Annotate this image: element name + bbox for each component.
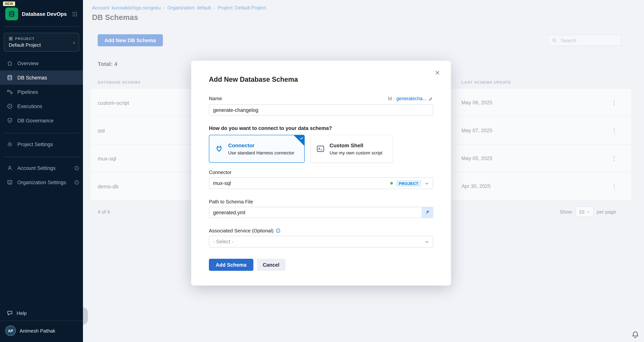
sidebar-item-db-governance[interactable]: DB Governance bbox=[0, 113, 83, 128]
project-name: Default Project bbox=[9, 42, 74, 48]
connector-status-dot bbox=[390, 182, 393, 185]
sidebar-item-project-settings[interactable]: Project Settings bbox=[0, 137, 83, 151]
terminal-icon bbox=[316, 144, 325, 153]
close-icon[interactable] bbox=[433, 68, 442, 77]
option-card-connector[interactable]: Connector Use standard Harness connector bbox=[209, 135, 305, 163]
project-label: PROJECT bbox=[15, 36, 35, 41]
chevron-down-icon bbox=[424, 239, 429, 244]
help-label: Help bbox=[16, 310, 27, 316]
project-icon bbox=[9, 36, 13, 41]
sidebar-item-label: Account Settings bbox=[17, 165, 56, 171]
add-schema-modal: Add New Database Schema Name Id : genera… bbox=[191, 61, 451, 286]
help-button[interactable]: Help bbox=[0, 306, 83, 321]
sidebar: NEW Database DevOps bbox=[0, 0, 83, 342]
sidebar-divider bbox=[4, 157, 79, 157]
gear-icon bbox=[7, 141, 13, 147]
user-name: Animesh Pathak bbox=[20, 328, 55, 334]
id-label: Id : bbox=[388, 96, 394, 101]
executions-icon bbox=[7, 103, 13, 109]
sidebar-bottom: Help AP Animesh Pathak bbox=[0, 306, 83, 342]
associated-service-select[interactable]: - Select - bbox=[209, 236, 433, 248]
id-group: Id : generatecha... bbox=[388, 96, 433, 101]
name-label: Name bbox=[209, 96, 222, 101]
sidebar-item-overview[interactable]: Overview bbox=[0, 56, 83, 70]
new-badge: NEW bbox=[3, 1, 15, 6]
connection-options: Connector Use standard Harness connector… bbox=[209, 135, 433, 163]
organization-icon bbox=[7, 179, 13, 185]
connector-select[interactable]: mux-sql PROJECT bbox=[209, 177, 433, 189]
cancel-button[interactable]: Cancel bbox=[257, 259, 286, 271]
sidebar-item-account-settings[interactable]: Account Settings bbox=[0, 161, 83, 175]
edit-pencil-icon[interactable] bbox=[428, 96, 433, 101]
add-schema-button[interactable]: Add Schema bbox=[209, 259, 254, 271]
connector-label: Connector bbox=[209, 169, 433, 175]
id-value-link[interactable]: generatecha... bbox=[396, 96, 426, 101]
sidebar-item-db-schemas[interactable]: DB Schemas bbox=[0, 70, 83, 85]
schema-name-input[interactable] bbox=[209, 104, 433, 116]
account-icon bbox=[7, 165, 13, 171]
sidebar-nav: Overview DB Schemas bbox=[0, 56, 83, 128]
info-icon[interactable] bbox=[74, 166, 79, 170]
sidebar-item-label: Pipelines bbox=[17, 89, 38, 95]
chevron-down-icon bbox=[424, 181, 429, 186]
apps-grid-icon[interactable] bbox=[72, 11, 78, 17]
selected-check-icon bbox=[294, 135, 304, 146]
connection-question: How do you want to connect to your data … bbox=[209, 125, 433, 131]
project-selector[interactable]: PROJECT Default Project › bbox=[4, 33, 79, 52]
pin-icon[interactable] bbox=[422, 207, 433, 218]
sidebar-item-label: DB Schemas bbox=[17, 75, 47, 80]
path-label: Path to Schema File bbox=[209, 199, 433, 205]
sidebar-item-organization-settings[interactable]: Organization Settings bbox=[0, 175, 83, 189]
sidebar-divider bbox=[4, 133, 79, 133]
help-chat-icon bbox=[7, 310, 13, 316]
avatar: AP bbox=[5, 326, 16, 336]
user-menu[interactable]: AP Animesh Pathak bbox=[0, 321, 83, 342]
option-card-custom-shell[interactable]: Custom Shell Use my own custom script bbox=[310, 135, 393, 163]
sidebar-item-label: Overview bbox=[17, 60, 39, 66]
sidebar-item-label: Organization Settings bbox=[17, 179, 66, 185]
database-icon bbox=[7, 75, 13, 81]
sidebar-divider bbox=[4, 26, 79, 27]
shield-icon bbox=[7, 117, 13, 124]
chevron-right-icon: › bbox=[73, 39, 75, 45]
scope-tag: PROJECT bbox=[396, 180, 422, 187]
home-icon bbox=[7, 60, 13, 66]
option-subtitle: Use my own custom script bbox=[330, 150, 382, 155]
option-title: Connector bbox=[228, 142, 294, 148]
connector-icon bbox=[214, 144, 224, 153]
option-title: Custom Shell bbox=[330, 142, 382, 148]
sidebar-item-label: Project Settings bbox=[17, 141, 53, 147]
service-placeholder: - Select - bbox=[213, 239, 234, 245]
connector-value: mux-sql bbox=[213, 180, 231, 186]
modal-title: Add New Database Schema bbox=[209, 76, 433, 84]
schema-path-input[interactable] bbox=[209, 207, 433, 218]
notification-bell-icon[interactable] bbox=[632, 331, 639, 338]
app-title: Database DevOps bbox=[22, 11, 68, 17]
sidebar-item-label: Executions bbox=[17, 103, 42, 109]
sidebar-item-pipelines[interactable]: Pipelines bbox=[0, 85, 83, 99]
option-subtitle: Use standard Harness connector bbox=[228, 150, 294, 155]
sidebar-item-executions[interactable]: Executions bbox=[0, 99, 83, 113]
database-devops-logo-icon bbox=[5, 7, 18, 20]
info-icon[interactable] bbox=[276, 228, 281, 233]
associated-service-label: Associated Service (Optional) bbox=[209, 228, 274, 234]
pipelines-icon bbox=[7, 89, 13, 95]
info-icon[interactable] bbox=[74, 180, 79, 185]
sidebar-item-label: DB Governance bbox=[17, 118, 54, 123]
app-root: NEW Database DevOps bbox=[0, 0, 644, 342]
